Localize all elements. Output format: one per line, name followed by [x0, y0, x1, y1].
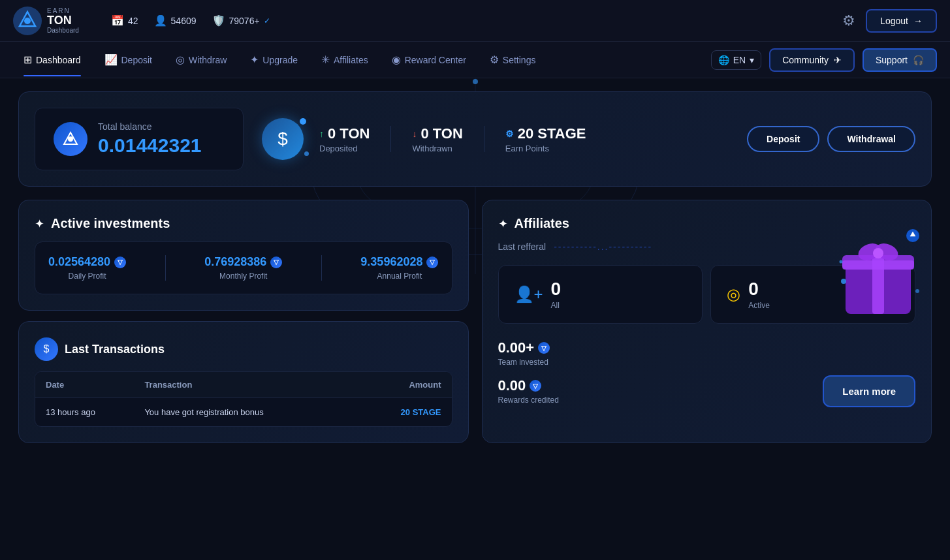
nav-upgrade-label: Upgrade [262, 55, 298, 65]
earn-points-stat: ⚙ 20 STAGE Earn Points [505, 125, 586, 153]
balance-left: Total balance 0.01442321 [35, 108, 244, 170]
topbar-stats: 📅 42 👤 54609 🛡️ 79076+ ✓ [111, 14, 270, 27]
withdrawn-value: ↓ 0 TON [412, 125, 462, 142]
dashboard-icon: ⊞ [24, 54, 32, 66]
earn-points-label: Earn Points [505, 144, 586, 153]
logo-earn-label: EARN [47, 7, 79, 14]
affiliates-bottom: 0.00+ ▽ Team invested 0.00 ▽ Rewards cre… [498, 339, 916, 407]
affiliates-icon: ✳ [321, 54, 330, 66]
row-amount: 20 STAGE [342, 407, 441, 417]
col-header-amount: Amount [342, 380, 441, 390]
monthly-profit-card: 0.76928386 ▽ Monthly Profit [204, 255, 282, 281]
annual-ton-badge: ▽ [426, 257, 438, 268]
affiliates-inner: ✦ Affiliates Last refferal ----------...… [498, 216, 916, 407]
investments-title: Active investments [51, 216, 170, 231]
stat-shield-value: 79076+ [229, 16, 260, 26]
rewards-ton-badge: ▽ [530, 380, 541, 392]
lang-value: EN [733, 55, 746, 65]
navbar: ⊞ Dashboard 📈 Deposit ◎ Withdraw ✦ Upgra… [0, 42, 950, 78]
team-invested-label: Team invested [498, 358, 810, 367]
left-panel: ✦ Active investments 0.02564280 ▽ Daily … [18, 200, 469, 443]
profit-divider-2 [321, 255, 322, 281]
users-icon: 👤 [154, 14, 167, 27]
ton-logo-circle [54, 122, 87, 156]
transactions-table: Date Transaction Amount 13 hours ago You… [35, 371, 452, 427]
daily-profit-label: Daily Profit [48, 272, 126, 281]
learn-more-button[interactable]: Learn more [823, 375, 915, 407]
community-button[interactable]: Community ✈ [769, 48, 855, 72]
stat-users-value: 54609 [171, 16, 197, 26]
globe-icon: 🌐 [718, 55, 729, 65]
down-arrow-icon: ↓ [412, 129, 417, 139]
logout-label: Logout [880, 16, 908, 26]
nav-settings[interactable]: ⚙ Settings [479, 48, 546, 71]
settings-gear-button[interactable]: ⚙ [842, 12, 855, 29]
svg-point-2 [24, 18, 31, 24]
nav-withdraw[interactable]: ◎ Withdraw [165, 48, 237, 71]
nav-withdraw-label: Withdraw [189, 55, 227, 65]
gift-box-decoration [836, 226, 921, 317]
withdrawal-button[interactable]: Withdrawal [827, 126, 915, 152]
stat-calendar: 📅 42 [111, 14, 138, 27]
row-date: 13 hours ago [46, 407, 144, 417]
logo-dashboard-label: Dashboard [47, 27, 79, 34]
active-icon: ◎ [727, 285, 740, 303]
stat-calendar-value: 42 [128, 16, 138, 26]
coin-icon: $ [262, 118, 304, 160]
last-referral-label: Last refferal [498, 241, 546, 252]
stats-row: ↑ 0 TON Deposited ↓ 0 TON Withdrawn [319, 125, 586, 153]
settings-icon: ⚙ [490, 54, 499, 66]
nav-upgrade[interactable]: ✦ Upgrade [240, 48, 308, 71]
deposited-stat: ↑ 0 TON Deposited [319, 125, 370, 153]
svg-point-6 [473, 79, 478, 84]
calendar-icon: 📅 [111, 14, 124, 27]
svg-point-19 [915, 289, 919, 293]
svg-point-8 [68, 136, 73, 142]
daily-ton-badge: ▽ [114, 257, 126, 268]
verified-badge: ✓ [264, 16, 270, 25]
team-invested-value: 0.00+ ▽ [498, 339, 810, 356]
affiliates-stats-area: 👤+ 0 All ◎ 0 Active [498, 265, 916, 324]
transactions-thead: Date Transaction Amount [35, 372, 452, 397]
stat-divider-2 [484, 126, 484, 152]
row-transaction: You have got registration bonus [144, 407, 342, 417]
profit-cards: 0.02564280 ▽ Daily Profit 0.76928386 ▽ M… [35, 241, 452, 294]
support-label: Support [876, 55, 908, 65]
annual-profit-card: 9.35962028 ▽ Annual Profit [360, 255, 438, 281]
col-header-date: Date [46, 380, 144, 390]
chevron-down-icon: ▾ [750, 55, 754, 65]
team-invested-ton-badge: ▽ [538, 342, 550, 354]
headset-icon: 🎧 [913, 55, 924, 65]
monthly-profit-label: Monthly Profit [204, 272, 282, 281]
support-button[interactable]: Support 🎧 [863, 48, 937, 72]
nav-dashboard[interactable]: ⊞ Dashboard [13, 48, 91, 71]
nav-affiliates-label: Affiliates [334, 55, 368, 65]
coin-dot-2 [304, 151, 309, 156]
ref-amounts: 0.00+ ▽ Team invested 0.00 ▽ Rewards cre… [498, 339, 810, 407]
deposited-label: Deposited [319, 144, 370, 153]
nav-affiliates[interactable]: ✳ Affiliates [311, 48, 379, 71]
language-selector[interactable]: 🌐 EN ▾ [711, 50, 761, 70]
transactions-panel: $ Last Transactions Date Transaction Amo… [18, 321, 469, 443]
nav-deposit[interactable]: 📈 Deposit [94, 48, 163, 71]
nav-reward-center[interactable]: ◉ Reward Center [381, 48, 477, 71]
team-invested-row: 0.00+ ▽ Team invested [498, 339, 810, 367]
annual-profit-value: 9.35962028 ▽ [360, 255, 438, 269]
gear-small-icon: ⚙ [505, 129, 514, 139]
profit-divider-1 [165, 255, 166, 281]
withdraw-icon: ◎ [176, 54, 185, 66]
withdrawn-stat: ↓ 0 TON Withdrawn [412, 125, 462, 153]
telegram-icon: ✈ [834, 55, 842, 65]
transactions-icon: $ [35, 337, 58, 361]
last-referral-dashes: ----------...---------- [554, 241, 652, 252]
topbar-right: ⚙ Logout → [842, 9, 937, 33]
logout-button[interactable]: Logout → [866, 9, 937, 33]
svg-point-18 [841, 279, 846, 284]
stat-users: 👤 54609 [154, 14, 197, 27]
col-header-transaction: Transaction [144, 380, 342, 390]
deposit-button[interactable]: Deposit [747, 126, 819, 152]
balance-value: 0.01442321 [98, 134, 202, 157]
deposit-icon: 📈 [104, 54, 118, 66]
monthly-profit-value: 0.76928386 ▽ [204, 255, 282, 269]
affiliates-title: Affiliates [515, 216, 569, 231]
